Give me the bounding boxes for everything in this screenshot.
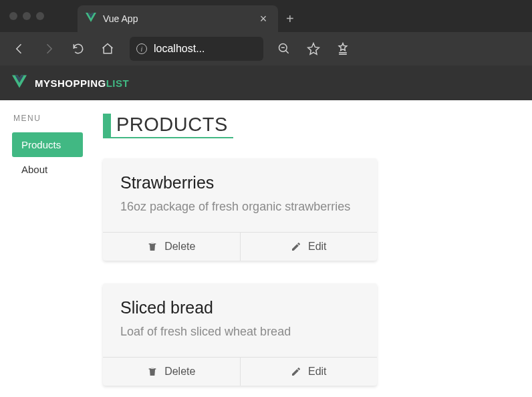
card-body: Sliced bread Loaf of fresh sliced wheat … (103, 283, 377, 357)
app-logo-icon (12, 74, 27, 92)
zoom-button[interactable] (271, 37, 297, 61)
favorite-button[interactable] (301, 37, 326, 61)
tab-title: Vue App (103, 13, 250, 24)
product-name: Strawberries (120, 173, 360, 192)
product-card: Strawberries 16oz package of fresh organ… (103, 158, 377, 261)
app-header: MYSHOPPINGLIST (0, 65, 532, 100)
close-tab-icon[interactable]: × (257, 13, 270, 25)
home-button[interactable] (95, 37, 120, 61)
forward-button[interactable] (36, 37, 61, 61)
favorites-list-button[interactable] (330, 37, 356, 61)
edit-icon (291, 241, 301, 252)
new-tab-button[interactable]: + (286, 11, 294, 32)
maximize-window-button[interactable] (36, 12, 44, 20)
brand-title: MYSHOPPINGLIST (35, 78, 129, 89)
page-title-wrap: PRODUCTS (103, 114, 233, 138)
menu-heading: MENU (12, 114, 83, 123)
url-text: localhost... (154, 43, 257, 55)
trash-icon (147, 366, 158, 377)
card-body: Strawberries 16oz package of fresh organ… (103, 158, 377, 232)
title-accent (103, 114, 111, 137)
card-actions: Delete Edit (103, 232, 377, 261)
vue-icon (86, 12, 96, 25)
browser-toolbar: i localhost... (0, 32, 532, 65)
content: MENU Products About PRODUCTS Strawberrie… (0, 100, 532, 397)
info-icon[interactable]: i (136, 43, 147, 54)
page-title: PRODUCTS (111, 114, 233, 137)
brand-part-my: MY (35, 78, 51, 89)
edit-label: Edit (308, 366, 327, 378)
back-button[interactable] (7, 37, 32, 61)
sidebar-item-about[interactable]: About (12, 157, 83, 182)
sidebar: MENU Products About (12, 114, 83, 397)
close-window-button[interactable] (9, 12, 17, 20)
trash-icon (147, 241, 158, 252)
card-actions: Delete Edit (103, 357, 377, 386)
edit-button[interactable]: Edit (241, 233, 378, 261)
sidebar-item-products[interactable]: Products (12, 132, 83, 157)
delete-label: Delete (164, 366, 195, 378)
brand-part-list: LIST (106, 78, 130, 89)
delete-label: Delete (164, 241, 195, 253)
browser-tab[interactable]: Vue App × (78, 5, 278, 32)
edit-label: Edit (308, 241, 327, 253)
main: PRODUCTS Strawberries 16oz package of fr… (103, 114, 520, 397)
titlebar: Vue App × + (0, 0, 532, 32)
window-controls (9, 12, 44, 20)
edit-button[interactable]: Edit (241, 358, 378, 386)
edit-icon (291, 366, 301, 377)
tab-strip: Vue App × + (78, 0, 294, 32)
minimize-window-button[interactable] (23, 12, 31, 20)
brand-part-shopping: SHOPPING (51, 78, 106, 89)
browser-chrome: Vue App × + i localhost... (0, 0, 532, 65)
product-name: Sliced bread (120, 298, 360, 317)
reload-button[interactable] (65, 37, 91, 61)
delete-button[interactable]: Delete (103, 358, 241, 386)
product-card: Sliced bread Loaf of fresh sliced wheat … (103, 283, 377, 386)
address-bar[interactable]: i localhost... (130, 37, 263, 61)
product-description: 16oz package of fresh organic strawberri… (120, 198, 360, 216)
delete-button[interactable]: Delete (103, 233, 241, 261)
product-description: Loaf of fresh sliced wheat bread (120, 323, 360, 341)
